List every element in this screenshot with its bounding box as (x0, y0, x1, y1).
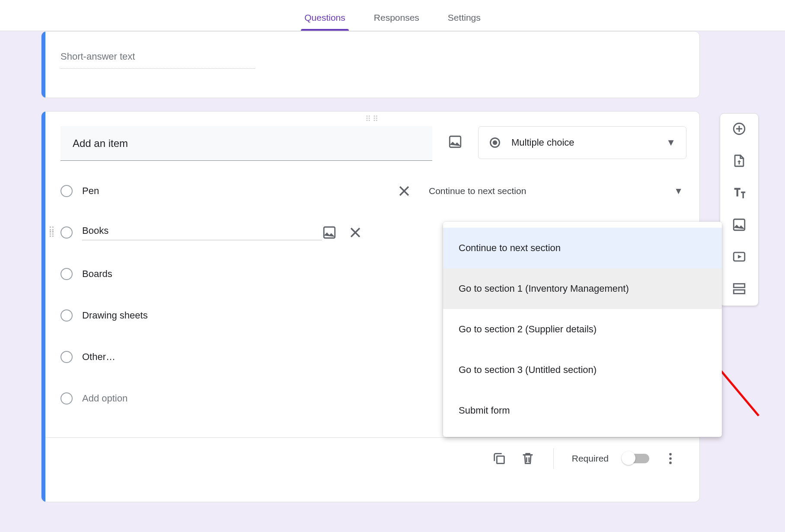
svg-rect-4 (497, 456, 504, 463)
tab-settings[interactable]: Settings (444, 13, 484, 31)
duplicate-button[interactable] (492, 451, 507, 466)
route-selector[interactable]: Continue to next section ▼ (427, 179, 686, 203)
add-video-button[interactable] (732, 249, 747, 266)
route-label: Continue to next section (429, 186, 526, 196)
option-text-input[interactable]: Pen (82, 185, 397, 197)
route-dropdown-menu[interactable]: Continue to next section Go to section 1… (443, 222, 722, 437)
short-answer-preview: Short-answer text (61, 51, 255, 69)
more-options-button[interactable] (663, 451, 678, 466)
dropdown-arrow-icon: ▼ (666, 137, 676, 148)
option-radio (61, 351, 73, 363)
short-answer-underline (61, 68, 255, 69)
tab-responses[interactable]: Responses (370, 13, 423, 31)
question-add-image-button[interactable] (442, 128, 469, 155)
remove-option-icon[interactable] (348, 225, 363, 240)
route-option-section2[interactable]: Go to section 2 (Supplier details) (443, 309, 722, 350)
option-radio (61, 268, 73, 280)
question-card-short-answer[interactable]: Short-answer text (41, 31, 700, 98)
option-text-input[interactable]: Books (82, 225, 322, 240)
section-icon (732, 281, 747, 296)
option-drag-handle[interactable]: ⠿⠿ (48, 228, 56, 237)
text-icon (732, 185, 747, 200)
route-option-continue[interactable]: Continue to next section (443, 228, 722, 268)
add-image-button[interactable] (732, 217, 747, 234)
svg-point-2 (493, 140, 498, 145)
option-radio (61, 226, 73, 239)
route-option-submit[interactable]: Submit form (443, 390, 722, 431)
dropdown-arrow-icon: ▼ (674, 186, 683, 196)
svg-point-6 (669, 457, 672, 460)
option-image-icon[interactable] (322, 225, 337, 240)
import-questions-button[interactable] (732, 153, 747, 170)
question-title-input[interactable]: Add an item (61, 126, 432, 161)
tab-questions[interactable]: Questions (301, 13, 349, 31)
question-type-label: Multiple choice (511, 137, 574, 148)
question-header: Add an item Multiple choice ▼ (45, 126, 699, 161)
option-radio (61, 185, 73, 197)
svg-point-5 (669, 453, 672, 456)
form-tabs: Questions Responses Settings (0, 0, 785, 31)
short-answer-placeholder: Short-answer text (61, 51, 135, 62)
import-icon (732, 153, 747, 168)
plus-circle-icon (732, 121, 747, 136)
required-toggle[interactable] (622, 454, 649, 463)
option-radio (61, 392, 73, 405)
route-option-section3[interactable]: Go to section 3 (Untitled section) (443, 350, 722, 390)
card-drag-handle[interactable]: ⠿⠿ (45, 111, 699, 126)
option-row[interactable]: Pen Continue to next section ▼ (61, 170, 686, 212)
route-option-section1[interactable]: Go to section 1 (Inventory Management) (443, 268, 722, 309)
remove-option-icon[interactable] (397, 184, 412, 198)
question-footer: Required (45, 437, 699, 479)
svg-rect-12 (734, 290, 745, 294)
add-question-button[interactable] (732, 121, 747, 138)
image-icon (448, 134, 463, 149)
svg-point-7 (669, 462, 672, 464)
side-toolbar (720, 113, 759, 306)
question-type-selector[interactable]: Multiple choice ▼ (478, 126, 686, 159)
svg-rect-11 (734, 284, 745, 288)
footer-divider (553, 448, 554, 469)
add-section-button[interactable] (732, 281, 747, 298)
add-title-button[interactable] (732, 185, 747, 202)
option-radio (61, 309, 73, 322)
form-canvas: Short-answer text ⠿⠿ Add an item Multipl… (0, 31, 785, 532)
required-label: Required (572, 453, 609, 464)
delete-button[interactable] (520, 451, 535, 466)
video-icon (732, 249, 747, 264)
image-icon (732, 217, 747, 232)
radio-icon (489, 137, 501, 149)
